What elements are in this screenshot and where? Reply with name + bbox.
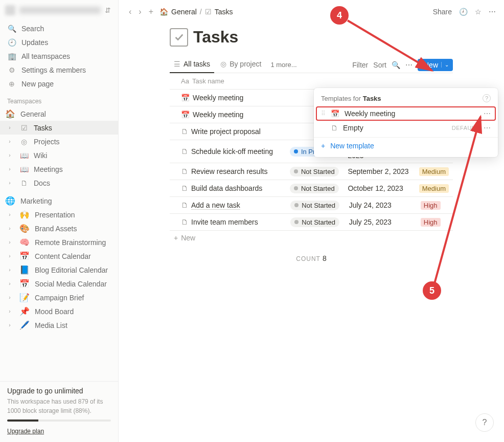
chevron-right-icon[interactable]: › xyxy=(5,253,14,259)
breadcrumb-parent[interactable]: General xyxy=(171,8,197,16)
chevron-right-icon[interactable]: › xyxy=(5,166,14,172)
table-row[interactable]: 🗋Add a new taskNot StartedJuly 24, 2023H… xyxy=(170,197,453,214)
sidebar-page-tasks[interactable]: ›☑Tasks xyxy=(0,121,118,135)
chevron-right-icon[interactable]: › xyxy=(5,267,14,273)
more-icon[interactable]: ⋯ xyxy=(489,8,496,16)
sidebar-updates[interactable]: 🕘Updates xyxy=(0,35,118,49)
view-tab-all-tasks[interactable]: ☰ All tasks xyxy=(170,57,214,73)
chevron-right-icon[interactable]: › xyxy=(5,139,14,144)
status-pill: Not Started xyxy=(290,184,339,193)
breadcrumb-page[interactable]: Tasks xyxy=(215,8,233,16)
sort-button[interactable]: Sort xyxy=(373,61,386,69)
more-icon[interactable]: ⋯ xyxy=(484,124,491,132)
chevron-right-icon[interactable]: › xyxy=(5,295,14,300)
table-row[interactable]: 🗋Build data dashboardsNot StartedOctober… xyxy=(170,180,453,197)
sidebar-page-blog-editorial-calendar[interactable]: ›📘Blog Editorial Calendar xyxy=(0,263,118,277)
table-row[interactable]: 🗋Invite team membersNot StartedJuly 25, … xyxy=(170,214,453,231)
view-tab-by-project[interactable]: ◎ By project xyxy=(216,57,265,73)
chevron-right-icon[interactable]: › xyxy=(5,239,14,245)
new-tab-button[interactable]: + xyxy=(147,6,155,17)
sidebar-page-content-calendar[interactable]: ›📅Content Calendar xyxy=(0,249,118,263)
template-item-weekly-meeting[interactable]: ⠿ 📅 Weekly meeting ⋯ xyxy=(316,106,496,121)
sidebar-page-remote-brainstorming[interactable]: ›🧠Remote Brainstorming xyxy=(0,235,118,249)
task-name: Schedule kick-off meeting xyxy=(191,147,273,156)
more-icon[interactable]: ⋯ xyxy=(484,109,491,118)
chevron-right-icon[interactable]: › xyxy=(5,226,14,231)
sidebar-page-social-media-calendar[interactable]: ›📅Social Media Calendar xyxy=(0,277,118,291)
sidebar-page-meetings[interactable]: ›📖Meetings xyxy=(0,162,118,176)
forward-button[interactable]: › xyxy=(136,6,143,17)
sidebar-page-mood-board[interactable]: ›📌Mood Board xyxy=(0,304,118,318)
page-title[interactable]: Tasks xyxy=(193,28,238,47)
sidebar-newpage[interactable]: ⊕New page xyxy=(0,77,118,91)
task-name: Write project proposal xyxy=(191,127,261,136)
sidebar-page-docs[interactable]: ›🗋Docs xyxy=(0,176,118,190)
clock-icon[interactable]: 🕘 xyxy=(459,8,468,16)
chevron-right-icon[interactable]: › xyxy=(5,212,14,217)
upgrade-link[interactable]: Upgrade plan xyxy=(7,428,44,435)
upgrade-text: This workspace has used 879 of its 1000 … xyxy=(7,397,111,415)
star-icon[interactable]: ☆ xyxy=(475,8,482,16)
sidebar-footer: Upgrade to go unlimited This workspace h… xyxy=(0,381,118,442)
drag-handle-icon[interactable]: ⠿ xyxy=(321,110,326,117)
target-icon: ◎ xyxy=(220,60,226,68)
template-item-empty[interactable]: ⠿ 🗋 Empty DEFAULT ⋯ xyxy=(314,121,498,135)
chevron-right-icon[interactable]: › xyxy=(5,308,14,314)
column-priority[interactable] xyxy=(417,73,453,89)
priority-tag: Medium xyxy=(419,184,449,193)
doc-icon: 🗋 xyxy=(331,124,338,132)
more-icon[interactable]: ⋯ xyxy=(405,61,413,69)
globe-icon: 🌐 xyxy=(5,196,15,206)
help-fab[interactable]: ? xyxy=(475,413,494,432)
sidebar-page-media-list[interactable]: ›🖊️Media List xyxy=(0,318,118,332)
sidebar-page-projects[interactable]: ›◎Projects xyxy=(0,135,118,148)
workspace-switcher[interactable]: ⇵ xyxy=(0,0,118,20)
teamspace-general[interactable]: 🏠 General xyxy=(0,107,118,121)
table-row[interactable]: 🗋Review research resultsNot StartedSepte… xyxy=(170,163,453,180)
filter-button[interactable]: Filter xyxy=(352,61,368,69)
sidebar-teamspaces[interactable]: 🏢All teamspaces xyxy=(0,49,118,63)
sidebar-settings[interactable]: ⚙Settings & members xyxy=(0,63,118,77)
sidebar-tree: 🏠 General ›☑Tasks›◎Projects›📖Wiki›📖Meeti… xyxy=(0,107,118,332)
page-emoji: 🎨 xyxy=(19,224,30,233)
count-row: COUNT8 xyxy=(170,245,453,272)
target-icon: ◎ xyxy=(19,138,29,146)
search-icon[interactable]: 🔍 xyxy=(392,61,400,69)
chevron-right-icon[interactable]: › xyxy=(5,281,14,286)
new-template[interactable]: + New template xyxy=(314,137,498,154)
task-name: Add a new task xyxy=(191,201,240,210)
sidebar-page-wiki[interactable]: ›📖Wiki xyxy=(0,148,118,162)
sidebar-page-brand-assets[interactable]: ›🎨Brand Assets xyxy=(0,222,118,235)
sidebar-page-campaign-brief[interactable]: ›📝Campaign Brief xyxy=(0,291,118,304)
sidebar-page-label: Docs xyxy=(34,179,50,187)
share-button[interactable]: Share xyxy=(433,8,452,16)
page-emoji: 📅 xyxy=(19,251,30,261)
chevron-right-icon[interactable]: › xyxy=(5,322,14,328)
chevron-right-icon[interactable]: › xyxy=(5,152,14,158)
book-icon: 📖 xyxy=(19,165,29,173)
teamspace-marketing[interactable]: 🌐 Marketing xyxy=(0,194,118,208)
sidebar-page-label: Mood Board xyxy=(35,307,74,316)
due-date: September 2, 2023 xyxy=(343,164,415,179)
column-status[interactable] xyxy=(286,73,345,89)
gear-icon: ⚙ xyxy=(7,66,16,74)
chevron-updown-icon: ⇵ xyxy=(105,6,111,14)
page-icon[interactable] xyxy=(170,28,188,47)
chevron-down-icon[interactable]: ⌄ xyxy=(441,62,449,68)
column-name[interactable]: AaTask name xyxy=(170,73,286,89)
task-icon: 🗋 xyxy=(181,184,188,192)
plus-icon: + xyxy=(174,234,178,242)
column-due[interactable] xyxy=(345,73,417,89)
sidebar-page-presentation[interactable]: ›🙌Presentation xyxy=(0,208,118,222)
sidebar-label: New page xyxy=(21,80,54,88)
new-button[interactable]: New ⌄ xyxy=(418,59,453,71)
new-row[interactable]: +New xyxy=(170,231,453,245)
view-tab-more[interactable]: 1 more... xyxy=(267,58,300,72)
annotation-step-4: 4 xyxy=(330,6,349,25)
sidebar-search[interactable]: 🔍Search xyxy=(0,21,118,35)
chevron-right-icon[interactable]: › xyxy=(5,180,14,186)
calendar-icon: 📅 xyxy=(331,109,339,118)
chevron-right-icon[interactable]: › xyxy=(5,125,14,130)
help-icon[interactable]: ? xyxy=(483,94,491,102)
back-button[interactable]: ‹ xyxy=(127,6,133,17)
